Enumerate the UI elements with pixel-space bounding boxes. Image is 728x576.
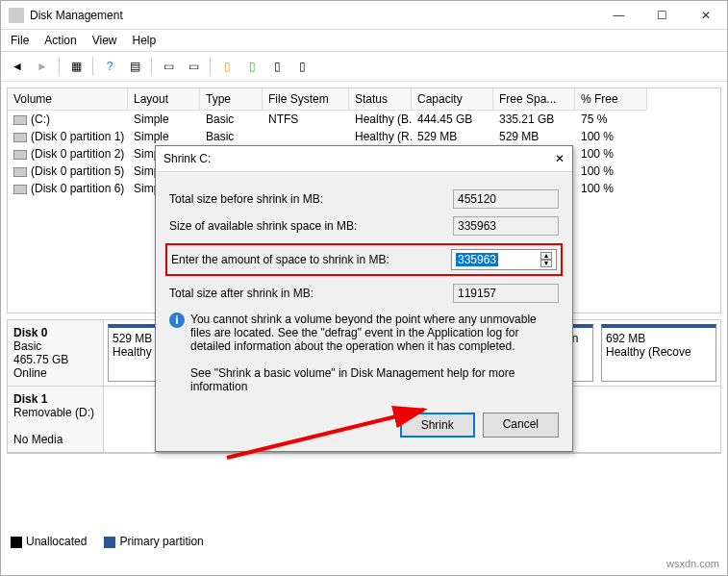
- disk0-label[interactable]: Disk 0 Basic 465.75 GB Online: [8, 320, 104, 386]
- forward-button[interactable]: ►: [32, 56, 53, 77]
- col-status[interactable]: Status: [349, 88, 412, 111]
- label-total-after: Total size after shrink in MB:: [169, 287, 453, 300]
- menu-view[interactable]: View: [92, 34, 117, 47]
- col-filesystem[interactable]: File System: [263, 88, 349, 111]
- dialog-close-button[interactable]: ✕: [555, 152, 565, 165]
- table-row[interactable]: (C:)SimpleBasicNTFSHealthy (B...444.45 G…: [8, 111, 720, 128]
- col-pctfree[interactable]: % Free: [575, 88, 647, 111]
- menubar: File Action View Help: [1, 30, 727, 52]
- legend: Unallocated Primary partition: [11, 535, 204, 548]
- toolbar-icon[interactable]: ▯: [216, 56, 238, 77]
- toolbar-icon[interactable]: ▯: [266, 56, 288, 77]
- menu-file[interactable]: File: [11, 34, 29, 47]
- back-button[interactable]: ◄: [7, 56, 28, 77]
- minimize-button[interactable]: —: [597, 1, 640, 29]
- info-text-1: You cannot shrink a volume beyond the po…: [190, 313, 559, 353]
- col-type[interactable]: Type: [200, 88, 263, 111]
- toolbar-icon[interactable]: ▭: [183, 56, 204, 77]
- toolbar-icon[interactable]: ▭: [158, 56, 179, 77]
- col-layout[interactable]: Layout: [128, 88, 200, 111]
- dialog-title: Shrink C:: [163, 152, 211, 165]
- value-available: 335963: [453, 216, 559, 236]
- toolbar: ◄ ► ▦ ? ▤ ▭ ▭ ▯ ▯ ▯ ▯: [1, 52, 727, 82]
- main-window: Disk Management — ☐ ✕ File Action View H…: [0, 0, 728, 576]
- app-icon: [9, 8, 24, 23]
- shrink-dialog: Shrink C: ✕ Total size before shrink in …: [155, 145, 573, 452]
- spin-down-button[interactable]: ▾: [540, 260, 552, 267]
- refresh-button[interactable]: ?: [99, 56, 120, 77]
- window-title: Disk Management: [30, 9, 123, 22]
- shrink-button[interactable]: Shrink: [400, 413, 475, 438]
- col-volume[interactable]: Volume: [8, 88, 128, 111]
- partition-bar[interactable]: 692 MBHealthy (Recove: [601, 324, 716, 382]
- toolbar-icon[interactable]: ▤: [124, 56, 145, 77]
- disk1-label[interactable]: Disk 1 Removable (D:) No Media: [8, 387, 104, 452]
- table-row[interactable]: (Disk 0 partition 1)SimpleBasicHealthy (…: [8, 128, 720, 145]
- label-available: Size of available shrink space in MB:: [169, 219, 453, 233]
- menu-action[interactable]: Action: [44, 34, 76, 47]
- maximize-button[interactable]: ☐: [640, 1, 684, 29]
- info-icon: i: [169, 313, 185, 328]
- toolbar-icon[interactable]: ▯: [241, 56, 263, 77]
- label-shrink-amount: Enter the amount of space to shrink in M…: [171, 253, 451, 266]
- watermark: wsxdn.com: [666, 558, 719, 569]
- titlebar: Disk Management — ☐ ✕: [1, 1, 727, 30]
- info-text-2: See "Shrink a basic volume" in Disk Mana…: [190, 366, 559, 393]
- value-total-before: 455120: [453, 189, 559, 209]
- toolbar-icon[interactable]: ▯: [291, 56, 313, 77]
- col-capacity[interactable]: Capacity: [412, 88, 493, 111]
- label-total-before: Total size before shrink in MB:: [169, 192, 453, 206]
- menu-help[interactable]: Help: [133, 34, 157, 47]
- close-button[interactable]: ✕: [684, 1, 727, 29]
- value-total-after: 119157: [453, 284, 559, 303]
- toolbar-icon[interactable]: ▦: [65, 56, 87, 77]
- shrink-amount-input[interactable]: 335963 ▴ ▾: [451, 249, 557, 270]
- cancel-button[interactable]: Cancel: [483, 413, 559, 438]
- col-free[interactable]: Free Spa...: [493, 88, 575, 111]
